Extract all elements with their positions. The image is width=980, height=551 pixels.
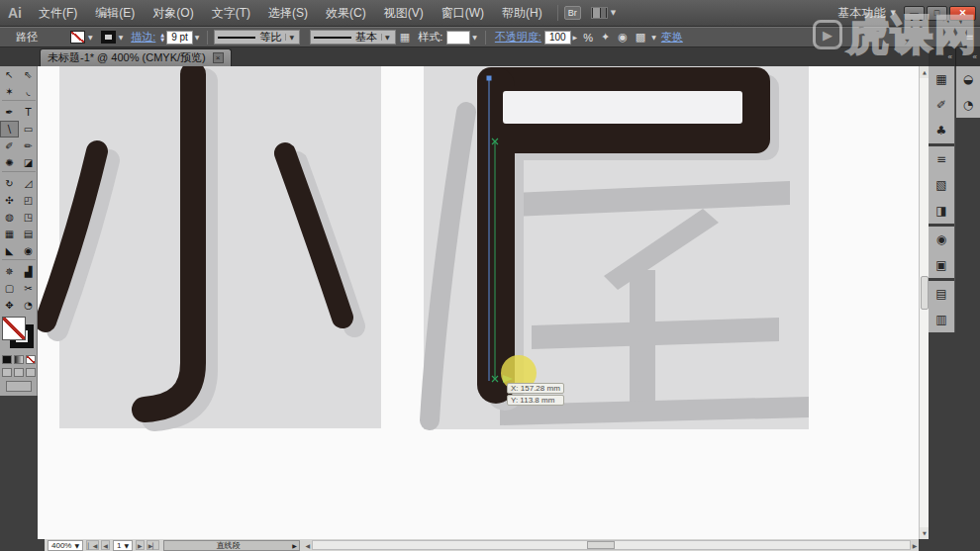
graphic-styles-panel-icon[interactable]: ▣ [929, 252, 954, 278]
stroke-color-widget[interactable]: ▼ [101, 31, 126, 44]
chevron-down-icon[interactable]: ▼ [470, 34, 479, 41]
line-segment-tool[interactable]: \ [0, 121, 19, 138]
fill-color-widget[interactable]: ▼ [70, 31, 95, 44]
rotate-tool[interactable]: ↻ [0, 175, 19, 192]
draw-inside-button[interactable] [26, 368, 36, 377]
appearance-panel-icon[interactable]: ◉ [929, 227, 954, 252]
brush-options-icon[interactable]: ▦ [396, 31, 414, 44]
draw-behind-button[interactable] [14, 368, 24, 377]
control-bar-menu-icon[interactable]: ≡ [966, 32, 980, 43]
selection-tool[interactable]: ↖ [0, 66, 19, 83]
gradient-button[interactable] [14, 355, 24, 364]
stroke-weight-input[interactable]: 9 pt [166, 31, 193, 45]
fill-stroke-indicator[interactable] [1, 316, 37, 353]
workspace-switcher[interactable]: 基本功能 ▼ [838, 5, 904, 22]
menu-help[interactable]: 帮助(H) [493, 0, 551, 26]
menu-file[interactable]: 文件(F) [30, 0, 86, 26]
perspective-grid-tool[interactable]: ◳ [19, 209, 38, 226]
vertical-scroll-thumb[interactable] [921, 276, 929, 310]
free-transform-tool[interactable]: ◰ [19, 192, 38, 209]
next-artboard-button[interactable]: ▶ [136, 540, 145, 550]
gradient-panel-icon[interactable]: ▧ [929, 172, 954, 198]
zoom-tool[interactable]: ◔ [19, 297, 38, 314]
document-tab[interactable]: 未标题-1* @ 400% (CMYK/预览) × [40, 48, 232, 66]
bridge-button[interactable]: Br [564, 6, 581, 20]
rectangle-tool[interactable]: ▭ [19, 121, 38, 138]
prev-artboard-button[interactable]: ◀ [101, 540, 110, 550]
fill-none-swatch[interactable] [2, 317, 26, 340]
artboard-tool[interactable]: ▢ [0, 280, 19, 297]
eyedropper-tool[interactable]: ◣ [0, 242, 19, 259]
opacity-spinner-icon[interactable]: ▶ [571, 34, 580, 41]
stroke-panel-link[interactable]: 描边: [128, 30, 158, 45]
close-button[interactable]: ✕ [949, 6, 976, 21]
color-panel-icon[interactable]: ◒ [956, 66, 980, 92]
select-similar-icon[interactable]: ✦ [597, 31, 614, 44]
slice-tool[interactable]: ✂ [19, 280, 38, 297]
horizontal-scroll-track[interactable] [312, 540, 911, 550]
menu-edit[interactable]: 编辑(E) [86, 0, 144, 26]
scroll-left-icon[interactable]: ◀ [304, 542, 312, 549]
canvas-area[interactable]: X: 157.28 mm Y: 113.8 mm [38, 66, 919, 539]
restore-button[interactable]: □ [927, 6, 947, 21]
brushes-panel-icon[interactable]: ✐ [929, 92, 954, 118]
magic-wand-tool[interactable]: ✶ [0, 83, 19, 100]
mesh-tool[interactable]: ▦ [0, 226, 19, 242]
color-guide-panel-icon[interactable]: ◔ [956, 92, 980, 118]
style-dropdown[interactable] [446, 31, 470, 45]
scroll-right-icon[interactable]: ▶ [911, 542, 919, 549]
minimize-button[interactable]: — [904, 6, 925, 21]
draw-normal-button[interactable] [2, 368, 12, 377]
stroke-weight-stepper[interactable]: ▲▼ [158, 33, 166, 43]
menu-select[interactable]: 选择(S) [259, 0, 317, 26]
gradient-tool[interactable]: ▤ [19, 226, 38, 242]
pencil-tool[interactable]: ✏ [19, 138, 38, 154]
layers-panel-icon[interactable]: ▤ [929, 281, 954, 307]
current-tool-status[interactable]: 直线段 ▶ [163, 540, 300, 551]
menu-object[interactable]: 对象(O) [144, 0, 202, 26]
last-artboard-button[interactable]: ▶▏ [147, 540, 159, 550]
scale-tool[interactable]: ◿ [19, 175, 38, 192]
blob-brush-tool[interactable]: ✺ [0, 154, 19, 171]
transparency-panel-icon[interactable]: ◨ [929, 198, 954, 224]
arrange-documents-button[interactable]: ▼ [591, 7, 616, 19]
tab-close-icon[interactable]: × [213, 52, 224, 63]
dock-collapse-button[interactable]: « [956, 47, 980, 66]
chevron-down-icon[interactable]: ▼ [649, 34, 658, 41]
symbols-panel-icon[interactable]: ♣ [929, 118, 954, 143]
screen-mode-button[interactable] [6, 381, 32, 392]
width-profile-dropdown[interactable]: 等比 ▼ [214, 30, 300, 45]
width-tool[interactable]: ✣ [0, 192, 19, 209]
eraser-tool[interactable]: ◪ [19, 154, 38, 171]
paintbrush-tool[interactable]: ✐ [0, 138, 19, 154]
pen-tool[interactable]: ✒ [0, 104, 19, 121]
symbol-sprayer-tool[interactable]: ✵ [0, 263, 19, 280]
menu-type[interactable]: 文字(T) [203, 0, 259, 26]
lasso-tool[interactable]: ◟ [19, 83, 38, 100]
menu-window[interactable]: 窗口(W) [433, 0, 493, 26]
brush-definition-dropdown[interactable]: 基本 ▼ [310, 30, 396, 45]
chevron-down-icon[interactable]: ▼ [193, 34, 202, 41]
column-graph-tool[interactable]: ▟ [19, 263, 38, 280]
stroke-panel-icon[interactable]: ≡ [929, 146, 954, 172]
shape-builder-tool[interactable]: ◍ [0, 209, 19, 226]
direct-selection-tool[interactable]: ⇖ [19, 66, 38, 83]
zoom-level-dropdown[interactable]: 400% ▼ [48, 540, 83, 551]
swatches-panel-icon[interactable]: ▦ [929, 66, 954, 92]
blend-tool[interactable]: ◉ [19, 242, 38, 259]
type-tool[interactable]: T [19, 104, 38, 121]
menu-view[interactable]: 视图(V) [375, 0, 433, 26]
artboard-number-dropdown[interactable]: 1 ▼ [113, 540, 133, 551]
none-button[interactable] [26, 355, 36, 364]
horizontal-scroll-thumb[interactable] [587, 541, 615, 549]
dock-collapse-button[interactable]: « [929, 47, 956, 66]
opacity-input[interactable]: 100 [544, 31, 571, 45]
opacity-panel-link[interactable]: 不透明度: [492, 30, 544, 45]
vertical-scrollbar[interactable]: ▲ ▼ [919, 66, 929, 539]
horizontal-scrollbar[interactable]: ◀ ▶ [304, 539, 919, 551]
transform-panel-link[interactable]: 变换 [658, 30, 686, 45]
first-artboard-button[interactable]: ▏◀ [86, 540, 99, 550]
color-button[interactable] [2, 355, 12, 364]
menu-effect[interactable]: 效果(C) [317, 0, 375, 26]
symbol-options-icon[interactable]: ▩ [632, 31, 649, 44]
